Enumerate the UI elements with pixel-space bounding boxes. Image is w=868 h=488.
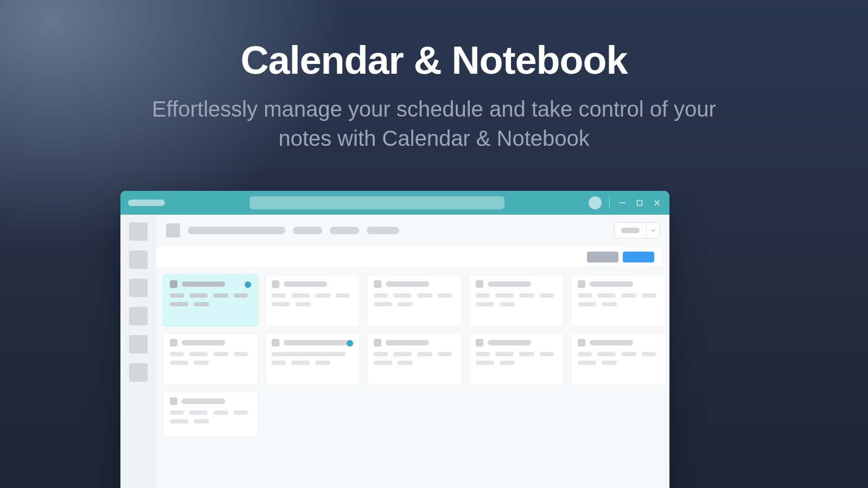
card-icon <box>272 280 279 288</box>
filter-chip-secondary[interactable] <box>587 252 618 262</box>
card-title-placeholder <box>284 340 349 345</box>
card-grid <box>156 268 669 488</box>
card-icon <box>476 280 483 288</box>
avatar[interactable] <box>589 196 602 209</box>
titlebar-right <box>589 196 662 209</box>
card-title-placeholder <box>182 281 225 287</box>
card-body-placeholder <box>476 293 557 306</box>
toolbar-chip[interactable] <box>330 227 359 234</box>
split-main[interactable] <box>615 228 646 233</box>
card-title-placeholder <box>182 340 225 345</box>
card-body-placeholder <box>578 293 659 306</box>
filter-chip-primary[interactable] <box>623 252 654 262</box>
calendar-card[interactable] <box>367 333 462 385</box>
card-title-placeholder <box>386 281 429 287</box>
calendar-card[interactable] <box>571 333 666 385</box>
event-indicator-dot <box>347 340 353 346</box>
card-icon <box>170 339 177 346</box>
sidebar <box>120 215 156 488</box>
hero: Calendar & Notebook Effortlessly manage … <box>0 38 868 153</box>
app-window <box>120 191 669 488</box>
sidebar-item[interactable] <box>129 363 148 382</box>
toolbar <box>156 215 669 246</box>
card-body-placeholder <box>170 352 251 365</box>
minimize-button[interactable] <box>617 198 627 208</box>
chevron-down-icon <box>650 228 656 233</box>
promo-stage: Calendar & Notebook Effortlessly manage … <box>0 0 868 488</box>
app-brand-placeholder <box>128 200 165 206</box>
calendar-card[interactable] <box>163 333 258 385</box>
svg-rect-0 <box>637 201 642 206</box>
card-title-placeholder <box>284 281 327 287</box>
card-title-placeholder <box>590 281 633 287</box>
calendar-card[interactable] <box>469 274 564 326</box>
grid-row <box>163 274 669 326</box>
titlebar <box>120 191 669 215</box>
card-icon <box>578 280 585 288</box>
main <box>156 215 669 488</box>
titlebar-divider <box>609 197 610 209</box>
card-icon <box>578 339 585 346</box>
sidebar-item[interactable] <box>129 335 148 354</box>
search-input[interactable] <box>250 196 505 209</box>
calendar-card[interactable] <box>265 274 360 326</box>
card-icon <box>374 280 381 288</box>
hero-subtitle: Effortlessly manage your schedule and ta… <box>146 94 722 153</box>
grid-row <box>163 333 669 385</box>
app-body <box>120 215 669 488</box>
minimize-icon <box>618 199 626 207</box>
card-title-placeholder <box>386 340 429 345</box>
toolbar-chip[interactable] <box>293 227 322 234</box>
card-icon <box>170 280 177 288</box>
hero-title: Calendar & Notebook <box>0 38 868 82</box>
card-icon <box>272 339 279 346</box>
card-title-placeholder <box>488 281 531 287</box>
card-icon <box>170 397 177 405</box>
card-title-placeholder <box>182 399 225 404</box>
card-icon <box>476 339 483 346</box>
card-body-placeholder <box>374 293 455 306</box>
card-body-placeholder <box>578 352 659 365</box>
maximize-icon <box>636 200 643 206</box>
sidebar-item[interactable] <box>129 222 148 241</box>
sidebar-item[interactable] <box>129 307 148 325</box>
card-icon <box>374 339 381 346</box>
card-title-placeholder <box>590 340 633 345</box>
close-icon <box>653 199 661 207</box>
toolbar-split-button[interactable] <box>614 222 660 239</box>
toolbar-title-placeholder <box>188 227 285 234</box>
close-button[interactable] <box>652 198 662 208</box>
filter-bar <box>156 246 662 268</box>
event-indicator-dot <box>245 281 251 288</box>
calendar-card[interactable] <box>571 274 666 326</box>
maximize-button[interactable] <box>635 198 644 208</box>
card-title-placeholder <box>488 340 531 345</box>
calendar-card[interactable] <box>367 274 462 326</box>
grid-row <box>163 391 669 437</box>
sidebar-item[interactable] <box>129 251 148 269</box>
toolbar-icon[interactable] <box>166 223 180 237</box>
card-body-placeholder <box>170 293 251 306</box>
calendar-card[interactable] <box>265 333 360 385</box>
card-body-placeholder <box>272 352 353 365</box>
card-body-placeholder <box>272 293 353 306</box>
calendar-card[interactable] <box>163 391 258 437</box>
card-body-placeholder <box>374 352 455 365</box>
card-body-placeholder <box>476 352 557 365</box>
toolbar-chip[interactable] <box>367 227 399 234</box>
split-caret[interactable] <box>646 223 659 238</box>
card-body-placeholder <box>170 410 251 423</box>
calendar-card-selected[interactable] <box>163 274 258 326</box>
sidebar-item[interactable] <box>129 279 148 297</box>
calendar-card[interactable] <box>469 333 564 385</box>
